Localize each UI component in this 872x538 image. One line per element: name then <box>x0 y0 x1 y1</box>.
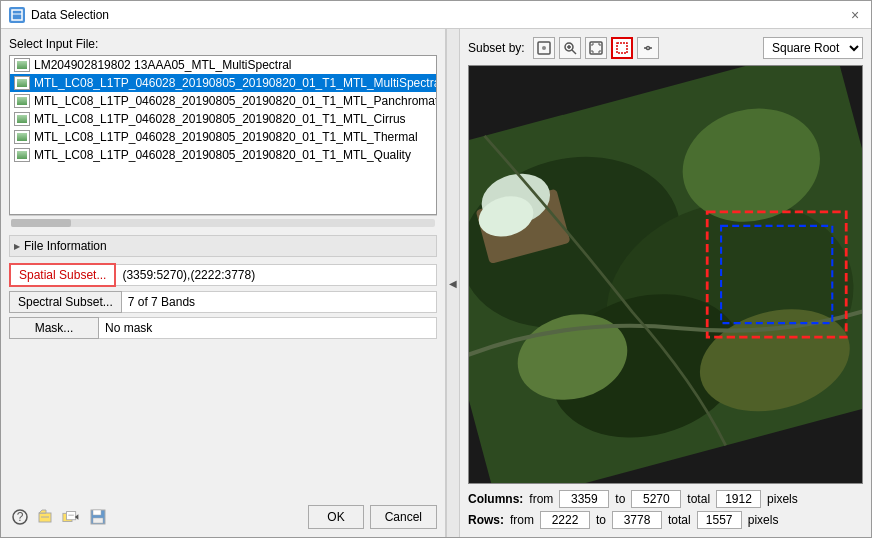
svg-rect-0 <box>12 10 22 20</box>
file-name: MTL_LC08_L1TP_046028_20190805_20190820_0… <box>34 130 418 144</box>
close-button[interactable]: × <box>847 7 863 23</box>
row-from-input[interactable] <box>540 511 590 529</box>
collapse-icon: ▶ <box>14 242 20 251</box>
titlebar: Data Selection × <box>1 1 871 29</box>
col-to-label: to <box>615 492 625 506</box>
file-icon <box>14 112 30 126</box>
rows-label: Rows: <box>468 513 504 527</box>
titlebar-left: Data Selection <box>9 7 109 23</box>
row-to-label: to <box>596 513 606 527</box>
file-icon <box>14 130 30 144</box>
main-content: Select Input File: LM204902819802 13AAA0… <box>1 29 871 537</box>
svg-rect-10 <box>93 510 101 515</box>
stretch-select[interactable]: Square RootLinearEqualizationLogarithmic <box>763 37 863 59</box>
file-name: MTL_LC08_L1TP_046028_20190805_20190820_0… <box>34 94 437 108</box>
data-selection-window: Data Selection × Select Input File: LM20… <box>0 0 872 538</box>
satellite-preview <box>469 66 862 483</box>
file-icon <box>14 148 30 162</box>
preview-container <box>468 65 863 484</box>
spatial-subset-row: Spatial Subset... (3359:5270),(2222:3778… <box>9 263 437 287</box>
spatial-subset-value: (3359:5270),(2222:3778) <box>116 264 437 286</box>
file-info-section: ▶ File Information <box>9 235 437 257</box>
file-icon <box>14 76 30 90</box>
left-panel: Select Input File: LM204902819802 13AAA0… <box>1 29 446 537</box>
col-pixels-label: pixels <box>767 492 798 506</box>
subset-region-icon[interactable] <box>611 37 633 59</box>
col-from-label: from <box>529 492 553 506</box>
columns-info-row: Columns: from to total pixels <box>468 490 863 508</box>
spatial-subset-button[interactable]: Spatial Subset... <box>9 263 116 287</box>
file-icon <box>14 94 30 108</box>
subset-link-icon[interactable] <box>637 37 659 59</box>
subset-zoom-icon[interactable] <box>559 37 581 59</box>
recent-files-button[interactable] <box>61 506 83 528</box>
window-icon <box>9 7 25 23</box>
ok-button[interactable]: OK <box>308 505 363 529</box>
row-pixels-label: pixels <box>748 513 779 527</box>
mask-row: Mask... No mask <box>9 317 437 339</box>
columns-label: Columns: <box>468 492 523 506</box>
file-list-item[interactable]: MTL_LC08_L1TP_046028_20190805_20190820_0… <box>10 146 436 164</box>
file-list-item[interactable]: MTL_LC08_L1TP_046028_20190805_20190820_0… <box>10 92 436 110</box>
file-name: LM204902819802 13AAA05_MTL_MultiSpectral <box>34 58 292 72</box>
row-to-input[interactable] <box>612 511 662 529</box>
scroll-track <box>11 219 435 227</box>
file-info-label: File Information <box>24 239 107 253</box>
file-name: MTL_LC08_L1TP_046028_20190805_20190820_0… <box>34 148 411 162</box>
svg-rect-19 <box>617 43 627 53</box>
save-button[interactable] <box>87 506 109 528</box>
spectral-subset-row: Spectral Subset... 7 of 7 Bands <box>9 291 437 313</box>
panel-collapse-arrow[interactable]: ◀ <box>446 29 460 537</box>
rows-info-row: Rows: from to total pixels <box>468 511 863 529</box>
open-file-button[interactable] <box>35 506 57 528</box>
file-list-item[interactable]: MTL_LC08_L1TP_046028_20190805_20190820_0… <box>10 128 436 146</box>
file-name: MTL_LC08_L1TP_046028_20190805_20190820_0… <box>34 76 437 90</box>
input-label: Select Input File: <box>9 37 437 51</box>
file-name: MTL_LC08_L1TP_046028_20190805_20190820_0… <box>34 112 406 126</box>
collapse-arrow-icon: ◀ <box>449 278 457 289</box>
spectral-subset-button[interactable]: Spectral Subset... <box>9 291 122 313</box>
mask-button[interactable]: Mask... <box>9 317 99 339</box>
help-button[interactable]: ? <box>9 506 31 528</box>
cancel-button[interactable]: Cancel <box>370 505 437 529</box>
scroll-thumb[interactable] <box>11 219 71 227</box>
stretch-dropdown[interactable]: Square RootLinearEqualizationLogarithmic <box>763 37 863 59</box>
bottom-bar: ? <box>9 499 437 529</box>
window-title: Data Selection <box>31 8 109 22</box>
col-total-label: total <box>687 492 710 506</box>
file-list-container[interactable]: LM204902819802 13AAA05_MTL_MultiSpectral… <box>9 55 437 215</box>
svg-text:?: ? <box>17 510 24 524</box>
row-total-input[interactable] <box>697 511 742 529</box>
subset-fit-icon[interactable] <box>585 37 607 59</box>
mask-value: No mask <box>99 317 437 339</box>
subset-roi-icon[interactable] <box>533 37 555 59</box>
col-from-input[interactable] <box>559 490 609 508</box>
svg-line-15 <box>572 50 576 54</box>
bottom-icons: ? <box>9 506 109 528</box>
svg-rect-11 <box>93 518 103 523</box>
ok-cancel-buttons: OK Cancel <box>308 505 437 529</box>
file-list-item[interactable]: MTL_LC08_L1TP_046028_20190805_20190820_0… <box>10 74 436 92</box>
file-list-item[interactable]: LM204902819802 13AAA05_MTL_MultiSpectral <box>10 56 436 74</box>
subset-by-label: Subset by: <box>468 41 525 55</box>
file-info-header[interactable]: ▶ File Information <box>9 235 437 257</box>
row-from-label: from <box>510 513 534 527</box>
file-list: LM204902819802 13AAA05_MTL_MultiSpectral… <box>10 56 436 164</box>
file-icon <box>14 58 30 72</box>
svg-point-13 <box>542 46 546 50</box>
spectral-subset-value: 7 of 7 Bands <box>122 291 437 313</box>
subset-toolbar: Subset by: <box>468 37 863 59</box>
row-total-label: total <box>668 513 691 527</box>
file-list-item[interactable]: MTL_LC08_L1TP_046028_20190805_20190820_0… <box>10 110 436 128</box>
horizontal-scrollbar[interactable] <box>9 215 437 229</box>
col-total-input[interactable] <box>716 490 761 508</box>
right-panel: Subset by: <box>460 29 871 537</box>
col-to-input[interactable] <box>631 490 681 508</box>
